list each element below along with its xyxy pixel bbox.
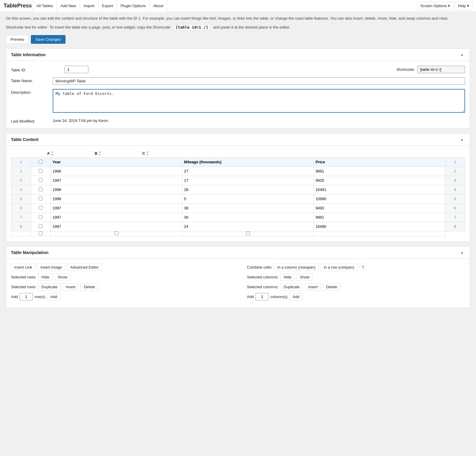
col-b-sort-up[interactable] bbox=[99, 151, 101, 153]
shortcode-field-input[interactable] bbox=[417, 66, 465, 73]
cols-duplicate-button[interactable]: Duplicate bbox=[280, 283, 303, 291]
rows-insert-button[interactable]: Insert bbox=[62, 283, 79, 291]
cell-input-r8-c3[interactable] bbox=[314, 222, 445, 231]
add-cols-button[interactable]: Add bbox=[289, 293, 303, 300]
cell-input-r3-c1[interactable] bbox=[51, 176, 182, 185]
col-a-footer-checkbox[interactable] bbox=[39, 231, 43, 235]
cell-resize-handle bbox=[311, 228, 314, 231]
cell-resize-handle bbox=[179, 219, 182, 222]
cell-input-r7-c2[interactable] bbox=[182, 213, 314, 222]
cell-r3-c2 bbox=[182, 176, 314, 185]
table-content-collapse-icon[interactable]: ▲ bbox=[459, 137, 465, 142]
cell-input-r5-c2[interactable] bbox=[182, 195, 314, 203]
table-row: 11 bbox=[11, 157, 465, 167]
col-b-sort-down[interactable] bbox=[99, 153, 101, 156]
cell-input-r3-c3[interactable] bbox=[314, 176, 445, 185]
row-cb-input-4[interactable] bbox=[39, 187, 43, 191]
help-button[interactable]: Help ▾ bbox=[455, 2, 472, 10]
table-info-collapse-icon[interactable]: ▲ bbox=[459, 52, 465, 58]
nav-tab-import[interactable]: Import bbox=[80, 0, 98, 12]
row-cb-input-7[interactable] bbox=[39, 215, 43, 219]
table-row: 44 bbox=[11, 185, 465, 194]
cell-resize-handle bbox=[311, 182, 314, 185]
cell-input-r2-c2[interactable] bbox=[182, 167, 314, 176]
cell-input-r1-c3[interactable] bbox=[314, 158, 445, 167]
cell-input-r6-c1[interactable] bbox=[51, 204, 182, 213]
cell-input-r4-c2[interactable] bbox=[182, 185, 314, 194]
cell-input-r8-c1[interactable] bbox=[51, 222, 182, 231]
table-manipulation-collapse-icon[interactable]: ▲ bbox=[459, 250, 465, 256]
row-checkbox-3 bbox=[31, 176, 51, 185]
cell-input-r8-c2[interactable] bbox=[182, 222, 314, 231]
screen-options-chevron-icon: ▾ bbox=[448, 4, 450, 8]
nav-tab-export[interactable]: Export bbox=[98, 0, 117, 12]
add-cols-input[interactable] bbox=[256, 293, 269, 300]
selected-rows-hide-show: Selected rows: Hide Show bbox=[11, 273, 229, 281]
col-header-c: C bbox=[122, 151, 169, 156]
cell-input-r4-c1[interactable] bbox=[51, 185, 182, 194]
rows-delete-button[interactable]: Delete bbox=[81, 283, 98, 291]
cols-delete-button[interactable]: Delete bbox=[323, 283, 341, 291]
cols-show-button[interactable]: Show bbox=[297, 273, 313, 281]
col-b-footer-checkbox[interactable] bbox=[115, 231, 118, 235]
main-nav: All TablesAdd NewImportExportPlugin Opti… bbox=[33, 0, 167, 12]
cell-input-r7-c3[interactable] bbox=[314, 213, 445, 222]
col-a-sort-up[interactable] bbox=[51, 151, 54, 153]
rows-hide-button[interactable]: Hide bbox=[38, 273, 53, 281]
row-cb-input-3[interactable] bbox=[39, 178, 43, 182]
combine-rowspan-button[interactable]: in a column (rowspan) bbox=[274, 264, 319, 271]
insert-link-button[interactable]: Insert Link bbox=[11, 264, 35, 271]
save-changes-button[interactable]: Save Changes bbox=[31, 35, 65, 44]
rows-duplicate-button[interactable]: Duplicate bbox=[38, 283, 61, 291]
table-name-input[interactable] bbox=[53, 77, 465, 85]
table-content-header: Table Content ▲ bbox=[6, 134, 470, 146]
nav-tab-add-new[interactable]: Add New bbox=[57, 0, 80, 12]
cell-resize-handle bbox=[442, 210, 445, 213]
shortcode-value-display: [table id=1 /] bbox=[173, 24, 211, 30]
row-cb-input-5[interactable] bbox=[39, 197, 43, 200]
cell-input-r3-c2[interactable] bbox=[182, 176, 314, 185]
row-cb-input-6[interactable] bbox=[39, 206, 43, 210]
last-modified-value: June 24, 2019 7:04 pm by Kevin bbox=[53, 118, 108, 123]
cols-hide-button[interactable]: Hide bbox=[280, 273, 295, 281]
combine-colspan-button[interactable]: in a row (colspan) bbox=[320, 264, 358, 271]
cell-input-r2-c3[interactable] bbox=[314, 167, 445, 176]
cell-input-r5-c1[interactable] bbox=[51, 195, 182, 203]
cell-input-r1-c1[interactable] bbox=[51, 158, 182, 167]
combine-help-button[interactable]: ? bbox=[359, 264, 367, 271]
col-a-sort-down[interactable] bbox=[51, 153, 54, 156]
advanced-editor-button[interactable]: Advanced Editor bbox=[67, 264, 102, 271]
cell-input-r1-c2[interactable] bbox=[182, 158, 314, 167]
table-row: 66 bbox=[11, 203, 465, 213]
insert-image-button[interactable]: Insert Image bbox=[37, 264, 65, 271]
cell-input-r4-c3[interactable] bbox=[314, 185, 445, 194]
col-c-sort-down[interactable] bbox=[146, 153, 149, 156]
preview-button[interactable]: Preview bbox=[6, 35, 29, 44]
cell-input-r2-c1[interactable] bbox=[51, 167, 182, 176]
table-id-input[interactable] bbox=[65, 66, 88, 73]
cell-input-r6-c2[interactable] bbox=[182, 204, 314, 213]
row-cb-input-1[interactable] bbox=[39, 160, 43, 164]
add-rows-input[interactable] bbox=[20, 293, 33, 300]
cell-input-r7-c1[interactable] bbox=[51, 213, 182, 222]
col-c-footer-checkbox[interactable] bbox=[246, 231, 250, 235]
row-num-left-2: 2 bbox=[11, 167, 31, 176]
nav-tab-all-tables[interactable]: All Tables bbox=[33, 0, 57, 12]
col-c-sort-up[interactable] bbox=[146, 151, 149, 153]
table-description-textarea[interactable]: My table of Ford Escorts. bbox=[53, 89, 465, 113]
nav-tab-plugin-options[interactable]: Plugin Options bbox=[117, 0, 150, 12]
row-num-left-7: 7 bbox=[11, 213, 31, 222]
table-description-label: Description: bbox=[11, 89, 53, 95]
cell-input-r6-c3[interactable] bbox=[314, 204, 445, 213]
footer-cb-col-a bbox=[31, 231, 51, 236]
row-cb-input-8[interactable] bbox=[39, 224, 43, 228]
rows-show-button[interactable]: Show bbox=[54, 273, 71, 281]
row-cb-input-2[interactable] bbox=[39, 169, 43, 173]
cell-resize-handle bbox=[442, 164, 445, 167]
cell-r2-c1 bbox=[51, 167, 182, 176]
screen-options-button[interactable]: Screen Options ▾ bbox=[417, 2, 454, 10]
nav-tab-about[interactable]: About bbox=[149, 0, 167, 12]
cell-input-r5-c3[interactable] bbox=[314, 195, 445, 203]
add-rows-button[interactable]: Add bbox=[47, 293, 60, 300]
cols-insert-button[interactable]: Insert bbox=[305, 283, 321, 291]
